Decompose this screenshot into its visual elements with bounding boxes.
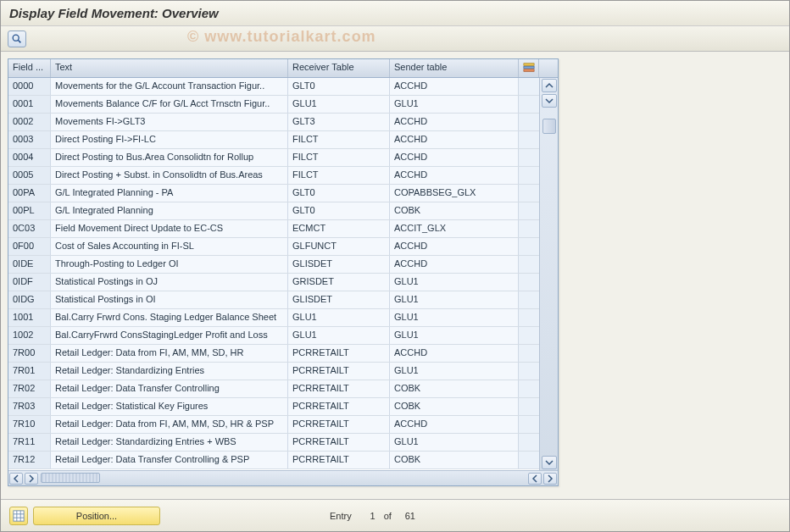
cell-text[interactable]: Field Movement Direct Update to EC-CS bbox=[51, 220, 288, 237]
cell-sender[interactable]: ACCHD bbox=[390, 416, 519, 433]
cell-receiver[interactable]: PCRRETAILT bbox=[288, 363, 390, 380]
scroll-thumb[interactable] bbox=[542, 119, 556, 134]
table-row[interactable]: 0000Movements for the G/L Account Transa… bbox=[8, 78, 539, 96]
cell-text[interactable]: Retail Ledger: Statistical Key Figures bbox=[51, 398, 288, 415]
col-header-receiver[interactable]: Receiver Table bbox=[288, 59, 390, 77]
cell-text[interactable]: Direct Posting to Bus.Area Consolidtn fo… bbox=[51, 149, 288, 166]
table-row[interactable]: 1001Bal.Carry Frwrd Cons. Staging Ledger… bbox=[8, 309, 539, 327]
cell-sender[interactable]: COBK bbox=[390, 380, 519, 397]
cell-field[interactable]: 0IDF bbox=[8, 274, 51, 291]
cell-text[interactable]: Retail Ledger: Data from FI, AM, MM, SD,… bbox=[51, 345, 288, 362]
cell-sender[interactable]: ACCHD bbox=[390, 345, 519, 362]
cell-text[interactable]: Through-Posting to Ledger OI bbox=[51, 256, 288, 273]
table-row[interactable]: 00PLG/L Integrated PlanningGLT0COBK bbox=[8, 202, 539, 220]
cell-receiver[interactable]: GLT0 bbox=[288, 202, 390, 219]
cell-sender[interactable]: ACCHD bbox=[390, 78, 519, 95]
table-configure-button[interactable] bbox=[519, 59, 539, 77]
table-row[interactable]: 7R10Retail Ledger: Data from FI, AM, MM,… bbox=[8, 416, 539, 434]
table-row[interactable]: 7R12Retail Ledger: Data Transfer Control… bbox=[8, 452, 539, 469]
table-row[interactable]: 1002Bal.CarryFrwrd ConsStagingLedger Pro… bbox=[8, 327, 539, 345]
cell-sender[interactable]: COBK bbox=[390, 452, 519, 468]
cell-sender[interactable]: COPABBSEG_GLX bbox=[390, 185, 519, 202]
cell-field[interactable]: 0IDE bbox=[8, 256, 51, 273]
col-header-field[interactable]: Field ... bbox=[8, 59, 51, 77]
cell-sender[interactable]: ACCHD bbox=[390, 131, 519, 148]
cell-field[interactable]: 0000 bbox=[8, 78, 51, 95]
col-header-text[interactable]: Text bbox=[51, 59, 288, 77]
cell-sender[interactable]: GLU1 bbox=[390, 96, 519, 113]
cell-text[interactable]: Retail Ledger: Standardizing Entries bbox=[51, 363, 288, 380]
cell-text[interactable]: Statistical Postings in OJ bbox=[51, 274, 288, 291]
cell-text[interactable]: Retail Ledger: Data Transfer Controlling… bbox=[51, 452, 288, 468]
cell-sender[interactable]: ACCHD bbox=[390, 149, 519, 166]
cell-sender[interactable]: ACCHD bbox=[390, 167, 519, 184]
details-button[interactable] bbox=[8, 30, 26, 47]
cell-receiver[interactable]: FILCT bbox=[288, 149, 390, 166]
cell-text[interactable]: Movements for the G/L Account Transactio… bbox=[51, 78, 288, 95]
cell-field[interactable]: 0C03 bbox=[8, 220, 51, 237]
cell-field[interactable]: 7R03 bbox=[8, 398, 51, 415]
table-row[interactable]: 0IDEThrough-Posting to Ledger OIGLISDETA… bbox=[8, 256, 539, 274]
scroll-right-button[interactable] bbox=[543, 473, 557, 485]
cell-text[interactable]: G/L Integrated Planning bbox=[51, 202, 288, 219]
cell-field[interactable]: 00PA bbox=[8, 185, 51, 202]
cell-receiver[interactable]: PCRRETAILT bbox=[288, 398, 390, 415]
cell-text[interactable]: Direct Posting + Subst. in Consolidtn of… bbox=[51, 167, 288, 184]
cell-receiver[interactable]: GLFUNCT bbox=[288, 238, 390, 255]
cell-receiver[interactable]: GLU1 bbox=[288, 96, 390, 113]
cell-field[interactable]: 00PL bbox=[8, 202, 51, 219]
table-row[interactable]: 7R11Retail Ledger: Standardizing Entries… bbox=[8, 434, 539, 452]
scroll-left-end-button[interactable] bbox=[528, 473, 542, 485]
col-header-sender[interactable]: Sender table bbox=[390, 59, 519, 77]
scroll-down-top-button[interactable] bbox=[542, 94, 557, 108]
cell-text[interactable]: G/L Integrated Planning - PA bbox=[51, 185, 288, 202]
cell-text[interactable]: Bal.Carry Frwrd Cons. Staging Ledger Bal… bbox=[51, 309, 288, 326]
table-view-button[interactable] bbox=[9, 507, 28, 525]
cell-field[interactable]: 1002 bbox=[8, 327, 51, 344]
hscroll-track[interactable] bbox=[39, 473, 527, 485]
cell-receiver[interactable]: GLU1 bbox=[288, 327, 390, 344]
cell-field[interactable]: 0F00 bbox=[8, 238, 51, 255]
cell-sender[interactable]: GLU1 bbox=[390, 291, 519, 308]
cell-receiver[interactable]: PCRRETAILT bbox=[288, 416, 390, 433]
cell-receiver[interactable]: GLISDET bbox=[288, 256, 390, 273]
cell-field[interactable]: 7R00 bbox=[8, 345, 51, 362]
cell-field[interactable]: 7R10 bbox=[8, 416, 51, 433]
cell-sender[interactable]: ACCHD bbox=[390, 238, 519, 255]
table-row[interactable]: 7R02Retail Ledger: Data Transfer Control… bbox=[8, 380, 539, 398]
cell-sender[interactable]: ACCHD bbox=[390, 256, 519, 273]
cell-receiver[interactable]: GLT0 bbox=[288, 185, 390, 202]
cell-field[interactable]: 7R11 bbox=[8, 434, 51, 451]
cell-sender[interactable]: GLU1 bbox=[390, 434, 519, 451]
table-row[interactable]: 0IDFStatistical Postings in OJGRISDETGLU… bbox=[8, 274, 539, 291]
cell-field[interactable]: 1001 bbox=[8, 309, 51, 326]
cell-receiver[interactable]: FILCT bbox=[288, 131, 390, 148]
cell-text[interactable]: Bal.CarryFrwrd ConsStagingLedger Profit … bbox=[51, 327, 288, 344]
cell-field[interactable]: 7R12 bbox=[8, 452, 51, 468]
cell-field[interactable]: 7R01 bbox=[8, 363, 51, 380]
table-row[interactable]: 0001Movements Balance C/F for G/L Acct T… bbox=[8, 96, 539, 114]
cell-field[interactable]: 0005 bbox=[8, 167, 51, 184]
table-row[interactable]: 0IDGStatistical Postings in OIGLISDETGLU… bbox=[8, 291, 539, 309]
cell-sender[interactable]: COBK bbox=[390, 202, 519, 219]
cell-field[interactable]: 0003 bbox=[8, 131, 51, 148]
table-row[interactable]: 0002Movements FI->GLT3GLT3ACCHD bbox=[8, 114, 539, 131]
cell-text[interactable]: Retail Ledger: Data from FI, AM, MM, SD,… bbox=[51, 416, 288, 433]
cell-text[interactable]: Statistical Postings in OI bbox=[51, 291, 288, 308]
cell-receiver[interactable]: GLISDET bbox=[288, 291, 390, 308]
table-row[interactable]: 0004Direct Posting to Bus.Area Consolidt… bbox=[8, 149, 539, 167]
table-row[interactable]: 0003Direct Posting FI->FI-LCFILCTACCHD bbox=[8, 131, 539, 149]
cell-receiver[interactable]: PCRRETAILT bbox=[288, 434, 390, 451]
cell-sender[interactable]: GLU1 bbox=[390, 309, 519, 326]
cell-field[interactable]: 0IDG bbox=[8, 291, 51, 308]
vertical-scrollbar[interactable] bbox=[539, 78, 558, 470]
table-row[interactable]: 0C03Field Movement Direct Update to EC-C… bbox=[8, 220, 539, 238]
cell-sender[interactable]: COBK bbox=[390, 398, 519, 415]
cell-receiver[interactable]: FILCT bbox=[288, 167, 390, 184]
scroll-down-button[interactable] bbox=[542, 456, 557, 469]
scroll-up-button[interactable] bbox=[542, 79, 557, 92]
cell-sender[interactable]: GLU1 bbox=[390, 274, 519, 291]
cell-receiver[interactable]: GLU1 bbox=[288, 309, 390, 326]
cell-receiver[interactable]: PCRRETAILT bbox=[288, 452, 390, 468]
table-row[interactable]: 0F00Cost of Sales Accounting in FI-SLGLF… bbox=[8, 238, 539, 256]
